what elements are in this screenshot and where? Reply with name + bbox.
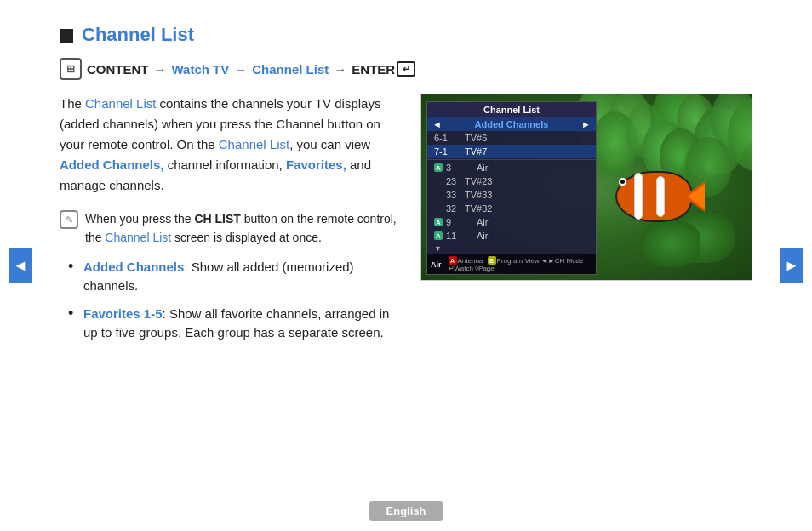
cl-item: 32 TV#32 [427,202,596,215]
cl-item: A 9 Air [427,215,596,229]
intro-channel-list-2: Channel List [219,137,289,151]
cl-item: 23 TV#23 [427,174,596,188]
arrow1: → [154,62,167,77]
ch-name: Air [477,217,488,227]
cl-divider [427,159,596,160]
ch-num: 7-1 [434,146,458,157]
ch-num: 9 [446,217,470,227]
cl-scroll-indicator: ▼ [427,243,596,254]
channel-list-link: Channel List [252,62,329,77]
cl-icon-a: A [434,163,443,172]
section-title-row: Channel List [60,24,752,46]
cl-nav-right: ► [581,119,591,129]
ch-name: Air [477,163,488,173]
note-channel-list: Channel List [105,231,171,244]
arrow3: → [334,62,346,77]
cl-bottom-bar: Air AAntenna BProgram View ◄►CH Mode ↵Wa… [427,254,596,274]
ch-num: 3 [446,163,470,173]
note-text: When you press the CH LIST button on the… [85,209,403,248]
ch-num: 11 [446,231,470,241]
enter-key: ENTER ↵ [352,61,415,77]
enter-label: ENTER [352,62,395,77]
note-icon: ✎ [60,210,78,229]
ch-name: Air [477,231,488,241]
main-content: Channel List ⊞ CONTENT → Watch TV → Chan… [0,0,812,377]
arrow2: → [234,62,247,77]
footer: English [0,501,812,521]
cl-item: 6-1 TV#6 [427,131,596,145]
cl-icon-a: A [434,231,443,240]
cl-title: Channel List [427,102,596,117]
breadcrumb: ⊞ CONTENT → Watch TV → Channel List → EN… [60,58,752,80]
text-side: The Channel List contains the channels y… [60,94,403,351]
cl-nav-left: ◄ [432,119,442,129]
language-badge: English [369,501,443,521]
left-arrow-icon: ◄ [13,257,28,275]
nav-arrow-right[interactable]: ► [780,248,803,283]
nav-arrow-left[interactable]: ◄ [9,248,32,283]
cl-nav-label: Added Channels [475,119,549,129]
section-title: Channel List [82,24,194,46]
ch-name: TV#6 [465,133,487,143]
note-row: ✎ When you press the CH LIST button on t… [60,209,403,248]
ch-name: TV#23 [465,176,492,186]
ch-name: TV#33 [465,190,492,200]
section-bullet [60,29,73,43]
ch-num: 32 [434,203,458,214]
cl-status-text: AAntenna BProgram View ◄►CH Mode ↵Watch … [449,256,592,272]
cl-icon-a: A [434,218,443,226]
watch-tv-link: Watch TV [172,62,230,77]
channel-list-overlay: Channel List ◄ Added Channels ► 6-1 TV#6… [426,101,597,275]
bullet-favorites: Favorites 1-5 [83,306,163,321]
cl-item-selected: 7-1 TV#7 [427,145,596,158]
bullet-list: Added Channels: Show all added (memorize… [68,258,403,343]
antenna-icon: A [449,256,457,265]
intro-added-channels: Added Channels, [60,157,164,172]
content-label: CONTENT [87,62,149,77]
cl-item: 33 TV#33 [427,188,596,202]
list-item: Added Channels: Show all added (memorize… [68,258,403,296]
program-icon: B [488,256,496,265]
ch-list-bold: CH LIST [194,212,240,226]
enter-box-icon: ↵ [397,61,415,77]
tv-screenshot: Channel List ◄ Added Channels ► 6-1 TV#6… [420,94,752,281]
cl-air-label: Air [431,260,442,269]
ch-num: 23 [434,176,458,186]
bullet-added-channels: Added Channels [83,260,184,274]
description-area: The Channel List contains the channels y… [60,94,752,351]
ch-name: TV#32 [465,203,492,214]
ch-num: 33 [434,190,458,200]
right-arrow-icon: ► [784,257,799,275]
ch-num: 6-1 [434,133,458,143]
ch-name: TV#7 [465,146,487,157]
content-icon: ⊞ [60,58,82,80]
intro-channel-list-1: Channel List [85,96,156,111]
cl-nav: ◄ Added Channels ► [427,117,596,131]
cl-item: A 11 Air [427,229,596,243]
intro-favorites: Favorites, [286,157,346,172]
cl-item: A 3 Air [427,161,596,174]
intro-paragraph: The Channel List contains the channels y… [60,94,403,196]
list-item: Favorites 1-5: Show all favorite channel… [68,305,403,343]
